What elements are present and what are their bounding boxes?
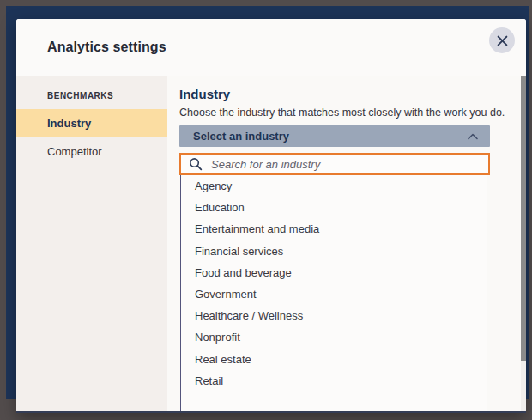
industry-option-label: Retail — [195, 374, 223, 387]
industry-option[interactable]: Real estate — [181, 349, 487, 370]
sidebar: BENCHMARKS Industry Competitor — [16, 76, 167, 411]
sidebar-item-industry[interactable]: Industry — [16, 109, 167, 137]
industry-option-label: Financial services — [195, 245, 283, 258]
analytics-settings-modal: Analytics settings BENCHMARKS Industry C… — [16, 19, 526, 413]
industry-option-label: Real estate — [195, 353, 251, 366]
sidebar-item-label: Competitor — [47, 145, 102, 158]
industry-option-label: Education — [195, 201, 245, 214]
industry-options-list: Agency Education Entertainment and media… — [180, 175, 487, 411]
industry-option[interactable]: Retail — [181, 370, 487, 392]
main-panel: Industry Choose the industry that matche… — [167, 76, 526, 411]
industry-option-label: Agency — [195, 180, 232, 192]
sidebar-section-label: BENCHMARKS — [16, 84, 167, 109]
sidebar-item-competitor[interactable]: Competitor — [16, 137, 167, 166]
industry-option[interactable]: Government — [181, 283, 487, 305]
industry-dropdown-toggle[interactable]: Select an industry — [179, 125, 490, 147]
search-icon — [189, 157, 203, 171]
industry-option[interactable]: Healthcare / Wellness — [181, 305, 487, 326]
industry-option-label: Healthcare / Wellness — [195, 309, 303, 322]
industry-option-label: Entertainment and media — [195, 222, 319, 235]
industry-option[interactable]: Food and beverage — [181, 262, 487, 283]
industry-option[interactable]: Education — [181, 197, 487, 218]
industry-option[interactable]: Agency — [181, 175, 487, 197]
scrollbar-thumb[interactable] — [521, 76, 526, 361]
modal-title: Analytics settings — [47, 40, 166, 55]
industry-option-label: Government — [195, 288, 257, 301]
close-button[interactable] — [489, 27, 515, 53]
modal-body: BENCHMARKS Industry Competitor Industry … — [16, 76, 526, 411]
close-icon — [497, 35, 508, 46]
industry-option-label: Food and beverage — [195, 266, 292, 279]
dropdown-selected-label: Select an industry — [193, 130, 289, 143]
industry-description: Choose the industry that matches most cl… — [179, 107, 526, 119]
chevron-up-icon — [468, 133, 478, 140]
industry-search-input[interactable] — [209, 157, 488, 172]
modal-scrollbar[interactable] — [521, 76, 526, 411]
page-title: Industry — [179, 88, 526, 100]
industry-option[interactable]: Nonprofit — [181, 326, 487, 348]
industry-option[interactable]: Entertainment and media — [181, 218, 487, 240]
sidebar-item-label: Industry — [47, 117, 91, 130]
industry-option-label: Nonprofit — [195, 331, 240, 344]
modal-header: Analytics settings — [16, 19, 526, 76]
industry-option[interactable]: Financial services — [181, 240, 487, 262]
industry-search-box — [179, 153, 490, 175]
